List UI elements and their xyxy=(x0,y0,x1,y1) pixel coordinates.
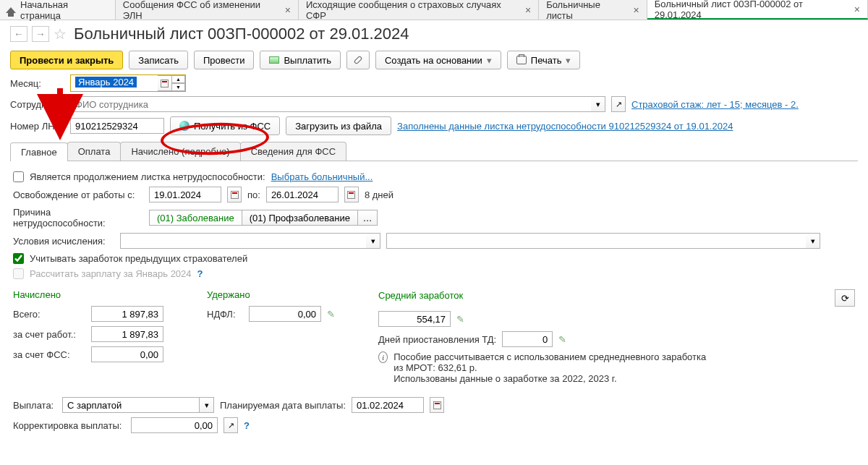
ndfl-input[interactable] xyxy=(249,306,321,322)
correction-help-icon[interactable]: ? xyxy=(244,420,250,431)
tab-payment[interactable]: Оплата xyxy=(67,142,122,161)
withheld-heading: Удержано xyxy=(207,289,335,300)
employee-open-button[interactable]: ↗ xyxy=(611,96,626,112)
tab-sick-lists[interactable]: Больничные листы × xyxy=(539,0,647,20)
pay-label: Выплатить xyxy=(284,55,331,66)
condition-1-input[interactable] xyxy=(120,233,366,249)
recalc-help-icon[interactable]: ? xyxy=(197,268,203,279)
reason-label: Причина нетрудоспособности: xyxy=(13,207,143,229)
tab-fss-info[interactable]: Сведения для ФСС xyxy=(240,142,346,161)
payout-input[interactable] xyxy=(62,397,200,413)
planned-date-cal-button[interactable] xyxy=(430,397,444,413)
tab-current-sick[interactable]: Больничный лист 00ЗП-000002 от 29.01.202… xyxy=(647,0,868,20)
print-icon xyxy=(516,56,527,64)
month-input[interactable]: Январь 2024 xyxy=(71,75,158,91)
ln-info-link[interactable]: Заполнены данные листка нетрудоспособнос… xyxy=(397,121,733,132)
calendar-icon xyxy=(161,80,169,88)
favorite-icon[interactable]: ☆ xyxy=(54,25,67,43)
money-icon xyxy=(269,56,279,64)
avg-input[interactable] xyxy=(378,311,451,327)
close-icon[interactable]: × xyxy=(285,4,291,16)
reason-occupational-button[interactable]: (01) Профзаболевание xyxy=(242,210,358,226)
tab-outgoing-sfr[interactable]: Исходящие сообщения о страховых случаях … xyxy=(299,0,539,20)
nav-forward-button[interactable]: → xyxy=(32,26,49,42)
pay-button[interactable]: Выплатить xyxy=(260,51,341,69)
tab-main[interactable]: Главное xyxy=(10,142,68,161)
tab-home[interactable]: Начальная страница xyxy=(0,0,116,20)
continuation-checkbox[interactable] xyxy=(13,171,24,182)
refresh-button[interactable]: ⟳ xyxy=(835,289,855,307)
avg-col: Средний заработок ⟳ ✎ Дней приостановлен… xyxy=(378,289,855,384)
tab-label: Исходящие сообщения о страховых случаях … xyxy=(306,0,519,21)
tab-accrued-detail[interactable]: Начислено (подробно) xyxy=(120,142,240,161)
release-from-label: Освобождение от работы с: xyxy=(13,189,143,200)
ln-number-input[interactable] xyxy=(70,118,164,134)
correction-row: Корректировка выплаты: ↗ ? xyxy=(13,417,855,433)
nav-back-button[interactable]: ← xyxy=(10,26,27,42)
get-from-fss-button[interactable]: Получить из ФСС xyxy=(170,116,280,135)
payout-field-wrap: ▾ xyxy=(62,397,214,413)
date-from-cal-button[interactable] xyxy=(227,187,242,202)
close-icon[interactable]: × xyxy=(854,4,860,15)
employee-dropdown-button[interactable]: ▾ xyxy=(591,96,605,112)
info-text: Пособие рассчитывается с использованием … xyxy=(393,351,711,384)
tab-label: Больничные листы xyxy=(546,0,627,21)
save-button[interactable]: Записать xyxy=(129,51,188,69)
reason-disease-button[interactable]: (01) Заболевание xyxy=(149,210,242,226)
post-button[interactable]: Провести xyxy=(194,51,255,69)
month-up-button[interactable]: ▲ xyxy=(172,75,185,83)
annotation-arrow xyxy=(48,88,72,124)
accrued-col: Начислено Всего: за счет работ.: за счет… xyxy=(13,289,163,384)
info-icon: i xyxy=(378,351,388,363)
withheld-col: Удержано НДФЛ: ✎ xyxy=(207,289,335,384)
choose-sick-link[interactable]: Выбрать больничный... xyxy=(271,171,373,182)
load-from-file-button[interactable]: Загрузить из файла xyxy=(286,116,391,135)
conditions-row: Условия исчисления: ▾ ▾ xyxy=(13,233,855,249)
create-based-button[interactable]: Создать на основании xyxy=(375,51,501,69)
close-icon[interactable]: × xyxy=(634,4,639,16)
print-button[interactable]: Печать xyxy=(507,51,581,69)
correction-input[interactable] xyxy=(131,417,218,433)
prev-insurers-checkbox[interactable] xyxy=(13,253,24,264)
month-down-button[interactable]: ▼ xyxy=(172,83,185,91)
suspension-label: Дней приостановления ТД: xyxy=(378,334,496,345)
continuation-label: Является продолжением листка нетрудоспос… xyxy=(30,171,265,182)
prev-insurers-row: Учитывать заработок предыдущих страховат… xyxy=(13,253,855,264)
by-employer-input[interactable] xyxy=(91,326,163,342)
close-icon[interactable]: × xyxy=(525,4,531,16)
suspension-input[interactable] xyxy=(502,331,553,347)
get-fss-label: Получить из ФСС xyxy=(194,121,271,132)
reason-more-button[interactable]: … xyxy=(357,210,378,226)
recalc-salary-label: Рассчитать зарплату за Январь 2024 xyxy=(30,268,192,279)
date-from-input[interactable] xyxy=(149,187,221,202)
planned-date-input[interactable] xyxy=(352,397,424,413)
month-row: Месяц: Январь 2024 ▲ ▼ xyxy=(0,72,868,94)
calendar-icon xyxy=(231,191,239,199)
payout-dropdown-button[interactable]: ▾ xyxy=(200,397,214,413)
by-fss-input[interactable] xyxy=(91,346,163,362)
post-and-close-button[interactable]: Провести и закрыть xyxy=(10,51,123,69)
date-to-input[interactable] xyxy=(266,187,339,202)
employee-input[interactable] xyxy=(70,96,591,112)
insurance-stazh-link[interactable]: Страховой стаж: лет - 15; месяцев - 2. xyxy=(631,99,799,110)
condition-2-input[interactable] xyxy=(386,233,806,249)
tab-label: Больничный лист 00ЗП-000002 от 29.01.202… xyxy=(655,0,848,20)
accrued-heading: Начислено xyxy=(13,289,163,300)
pencil-icon[interactable]: ✎ xyxy=(456,314,464,325)
total-input[interactable] xyxy=(91,306,163,322)
info-box: i Пособие рассчитывается с использование… xyxy=(378,351,711,384)
pencil-icon[interactable]: ✎ xyxy=(558,334,566,345)
condition-1-dropdown[interactable]: ▾ xyxy=(366,233,380,249)
date-to-cal-button[interactable] xyxy=(344,187,359,202)
condition-2-dropdown[interactable]: ▾ xyxy=(806,233,820,249)
month-calendar-button[interactable] xyxy=(158,75,172,91)
conditions-label: Условия исчисления: xyxy=(13,236,114,247)
correction-label: Корректировка выплаты: xyxy=(13,420,125,431)
condition-2-wrap: ▾ xyxy=(386,233,820,249)
correction-open-button[interactable]: ↗ xyxy=(224,417,238,433)
nav-row: ← → ☆ Больничный лист 00ЗП-000002 от 29.… xyxy=(0,20,868,48)
tab-fss-messages[interactable]: Сообщения ФСС об изменении ЭЛН × xyxy=(116,0,299,20)
pencil-icon[interactable]: ✎ xyxy=(327,309,335,320)
attach-button[interactable] xyxy=(346,51,370,69)
toolbar: Провести и закрыть Записать Провести Вып… xyxy=(0,48,868,72)
